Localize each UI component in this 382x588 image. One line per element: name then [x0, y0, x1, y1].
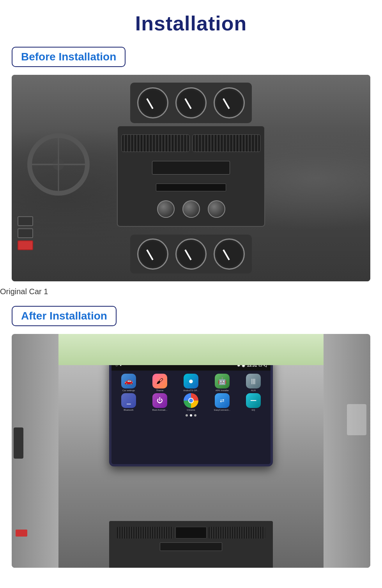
app-androits-icon: ● [184, 374, 198, 388]
app-apk-label: APK Installer [216, 389, 229, 392]
radio-slot [152, 161, 230, 175]
before-caption: Original Car 1 [0, 287, 48, 296]
car-left-panel [12, 334, 58, 568]
app-grid-row1: 🚗 Car settings 🖌 Theme ● AndroiTS GP... [111, 371, 271, 392]
app-aux[interactable]: ||| AUX [239, 374, 268, 392]
app-aux-label: AUX [251, 389, 256, 392]
car-right-panel [324, 334, 370, 568]
app-grid-row2: ⎯ Bluetooth ⏻ Boot Animati... [111, 392, 271, 413]
app-easyconnect[interactable]: ⇄ EasyConnecti... [207, 393, 237, 411]
page-title: Installation [135, 12, 247, 35]
app-chrome[interactable]: Chrome [176, 393, 206, 411]
steering-wheel [27, 133, 90, 196]
gauge-2 [175, 87, 207, 118]
app-bluetooth[interactable]: ⎯ Bluetooth [114, 393, 143, 411]
after-dash-bottom [109, 521, 273, 568]
app-theme-icon: 🖌 [152, 374, 167, 388]
app-easyconnect-label: EasyConnecti... [214, 409, 230, 411]
app-aux-icon: ||| [246, 374, 261, 388]
after-vent-right [209, 527, 265, 539]
app-theme-label: Theme [156, 389, 164, 392]
center-dashboard [117, 125, 265, 227]
app-boot-icon: ⏻ [152, 393, 167, 408]
knob-3 [208, 200, 225, 218]
app-car-settings[interactable]: 🚗 Car settings [114, 374, 143, 392]
app-androits[interactable]: ● AndroiTS GP... [176, 374, 206, 392]
app-eq-label: EQ [252, 409, 255, 411]
before-installation-section: Before Installation [0, 47, 382, 306]
app-boot-label: Boot Animati... [152, 409, 168, 411]
app-car-settings-label: Car settings [122, 389, 135, 392]
app-easyconnect-icon: ⇄ [215, 393, 230, 408]
app-eq-icon: ━━ [246, 393, 261, 408]
knob-2 [182, 200, 200, 218]
head-unit: ○ ▪ ˅ ✱ ◉ 13:31 ▭ ◁ [109, 357, 273, 466]
app-chrome-icon [184, 393, 198, 408]
android-screen: ○ ▪ ˅ ✱ ◉ 13:31 ▭ ◁ [111, 360, 271, 464]
after-installation-image: ○ ▪ ˅ ✱ ◉ 13:31 ▭ ◁ [12, 334, 370, 568]
app-apk-icon: 🤖 [215, 374, 230, 388]
after-vents [109, 521, 273, 540]
app-boot-anim[interactable]: ⏻ Boot Animati... [145, 393, 175, 411]
app-eq[interactable]: ━━ EQ [239, 393, 268, 411]
gauge-1 [137, 87, 168, 118]
app-bluetooth-icon: ⎯ [121, 393, 136, 408]
before-installation-label: Before Installation [12, 47, 126, 67]
gauge-5 [175, 238, 207, 270]
after-installation-label: After Installation [12, 306, 117, 326]
dot-2 [190, 414, 192, 417]
app-chrome-label: Chrome [187, 409, 195, 411]
page-indicator [111, 414, 271, 417]
before-installation-image [12, 75, 370, 281]
app-apk-installer[interactable]: 🤖 APK Installer [207, 374, 237, 392]
dot-3 [194, 414, 196, 417]
knob-1 [157, 200, 175, 218]
gauge-6 [214, 238, 245, 270]
app-theme[interactable]: 🖌 Theme [145, 374, 175, 392]
app-androits-label: AndroiTS GP... [183, 389, 199, 392]
gauge-3 [214, 87, 245, 118]
after-installation-section: After Installation ○ ▪ [0, 306, 382, 568]
dot-1 [186, 414, 188, 417]
app-car-settings-icon: 🚗 [121, 374, 136, 388]
gauge-4 [137, 238, 168, 270]
after-vent-left [117, 527, 173, 539]
after-radio-slot [160, 542, 222, 551]
app-bluetooth-label: Bluetooth [124, 409, 133, 411]
